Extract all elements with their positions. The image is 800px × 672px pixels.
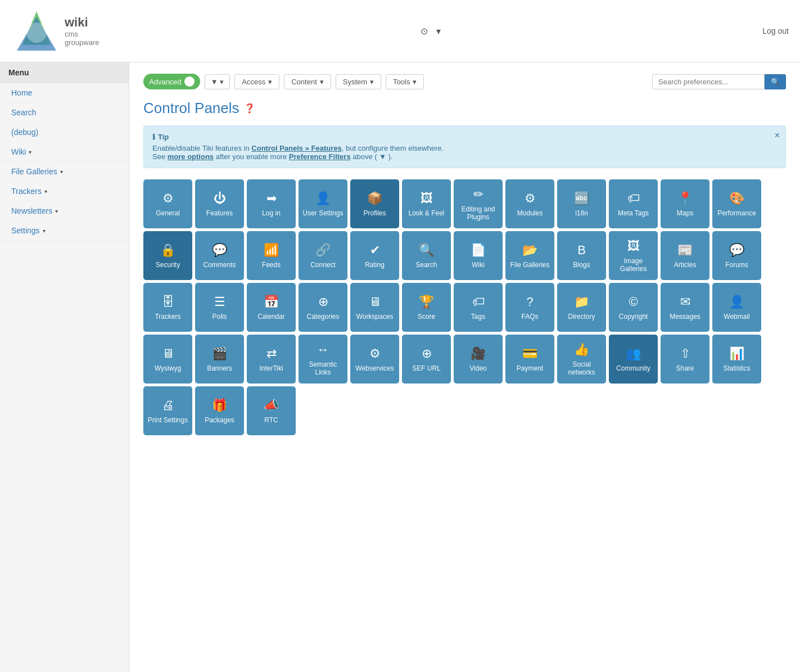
tools-label: Tools: [393, 78, 410, 86]
panel-item-payment[interactable]: 💳Payment: [505, 335, 554, 384]
panel-item-feeds[interactable]: 📶Feeds: [247, 231, 296, 280]
panel-item-file-galleries[interactable]: 📂File Galleries: [505, 231, 554, 280]
panel-item-maps[interactable]: 📍Maps: [661, 179, 709, 228]
content-label: Content: [291, 78, 317, 86]
sidebar-item-home[interactable]: Home: [0, 83, 129, 103]
panel-icon: 🎬: [212, 346, 227, 361]
panel-item-workspaces[interactable]: 🖥Workspaces: [350, 283, 399, 332]
sidebar-item-search[interactable]: Search: [0, 103, 129, 123]
tip-link-control-panels[interactable]: Control Panels » Features: [251, 144, 341, 152]
circle-icon[interactable]: ⊙: [421, 26, 428, 37]
page-title-area: Control Panels ❓: [143, 100, 786, 117]
panel-item-calendar[interactable]: 📅Calendar: [247, 283, 296, 332]
panel-icon: ➡: [266, 191, 277, 206]
panel-item-social-networks[interactable]: 👍Social networks: [557, 335, 606, 384]
panel-icon: ✉: [680, 295, 690, 309]
panel-item-search[interactable]: 🔍Search: [402, 231, 451, 280]
panel-label: Trackers: [155, 313, 180, 321]
panel-icon: 📣: [264, 398, 279, 413]
sidebar-item-wiki[interactable]: Wiki ▾: [0, 142, 129, 162]
panel-item-packages[interactable]: 🎁Packages: [195, 386, 244, 435]
panel-item-articles[interactable]: 📰Articles: [661, 231, 709, 280]
sidebar-item-settings[interactable]: Settings ▾: [0, 221, 129, 241]
panel-item-forums[interactable]: 💬Forums: [712, 231, 761, 280]
sidebar-item-newsletters[interactable]: Newsletters ▾: [0, 201, 129, 221]
panel-item-i18n[interactable]: 🔤i18n: [557, 179, 606, 228]
panel-item-wiki[interactable]: 📄Wiki: [454, 231, 503, 280]
panel-label: Statistics: [723, 364, 750, 372]
panel-item-general[interactable]: ⚙General: [143, 179, 192, 228]
sidebar-item-debug[interactable]: (debug): [0, 123, 129, 142]
search-preferences-input[interactable]: [652, 74, 765, 89]
panel-item-rating[interactable]: ✔Rating: [350, 231, 399, 280]
svg-point-2: [26, 22, 47, 43]
chevron-down-icon[interactable]: ▾: [436, 26, 441, 37]
panel-item-messages[interactable]: ✉Messages: [661, 283, 709, 332]
panel-item-faqs[interactable]: ?FAQs: [505, 283, 554, 332]
tip-link-preference-filters[interactable]: Preference Filters: [289, 152, 351, 161]
panel-item-user-settings[interactable]: 👤User Settings: [299, 179, 347, 228]
access-dropdown[interactable]: Access ▾: [234, 74, 279, 89]
panel-item-community[interactable]: 👥Community: [609, 335, 658, 384]
panel-item-webservices[interactable]: ⚙Webservices: [350, 335, 399, 384]
panel-item-sef-url[interactable]: ⊕SEF URL: [402, 335, 451, 384]
panel-item-performance[interactable]: 🎨Performance: [712, 179, 761, 228]
panels-grid: ⚙General⏻Features➡Log in👤User Settings📦P…: [143, 179, 786, 435]
search-area: 🔍: [652, 74, 786, 89]
panel-item-wysiwyg[interactable]: 🖥Wysiwyg: [143, 335, 192, 384]
filter-button[interactable]: ▼ ▾: [205, 74, 230, 89]
panel-item-comments[interactable]: 💬Comments: [195, 231, 244, 280]
panel-item-security[interactable]: 🔒Security: [143, 231, 192, 280]
panel-item-blogs[interactable]: BBlogs: [557, 231, 606, 280]
panel-item-editing-and-plugins[interactable]: ✏Editing and Plugins: [454, 179, 503, 228]
panel-icon: ⊕: [318, 295, 328, 309]
sidebar-item-file-galleries[interactable]: File Galleries ▾: [0, 162, 129, 182]
panel-item-semantic-links[interactable]: ↔Semantic Links: [299, 335, 347, 384]
panel-item-modules[interactable]: ⚙Modules: [505, 179, 554, 228]
panel-item-tags[interactable]: 🏷Tags: [454, 283, 503, 332]
panel-item-features[interactable]: ⏻Features: [195, 179, 244, 228]
sidebar-item-trackers[interactable]: Trackers ▾: [0, 182, 129, 201]
panel-item-webmail[interactable]: 👤Webmail: [712, 283, 761, 332]
logout-button[interactable]: Log out: [762, 26, 789, 35]
panel-item-score[interactable]: 🏆Score: [402, 283, 451, 332]
panel-label: Community: [616, 364, 650, 372]
access-label: Access: [242, 78, 265, 86]
trackers-arrow-icon: ▾: [44, 188, 47, 195]
panel-item-connect[interactable]: 🔗Connect: [299, 231, 347, 280]
panel-item-intertiki[interactable]: ⇄InterTiki: [247, 335, 296, 384]
panel-item-rtc[interactable]: 📣RTC: [247, 386, 296, 435]
panel-item-profiles[interactable]: 📦Profiles: [350, 179, 399, 228]
panel-item-trackers[interactable]: 🗄Trackers: [143, 283, 192, 332]
content-dropdown[interactable]: Content ▾: [284, 74, 331, 89]
tip-close-button[interactable]: ×: [775, 130, 780, 141]
advanced-toggle[interactable]: Advanced: [143, 74, 200, 89]
panel-item-meta-tags[interactable]: 🏷Meta Tags: [609, 179, 658, 228]
panel-label: Image Galleries: [612, 257, 655, 273]
tip-link-more-options[interactable]: more options: [168, 152, 214, 161]
panel-item-log-in[interactable]: ➡Log in: [247, 179, 296, 228]
sidebar-trackers-label: Trackers: [11, 187, 42, 196]
panel-icon: 📶: [264, 243, 279, 258]
panel-item-look--feel[interactable]: 🖼Look & Feel: [402, 179, 451, 228]
panel-label: File Galleries: [510, 261, 549, 269]
panel-item-share[interactable]: ⇧Share: [661, 335, 709, 384]
tools-dropdown[interactable]: Tools ▾: [386, 74, 424, 89]
panel-item-video[interactable]: 🎥Video: [454, 335, 503, 384]
panel-item-polls[interactable]: ☰Polls: [195, 283, 244, 332]
system-dropdown[interactable]: System ▾: [336, 74, 381, 89]
panel-item-banners[interactable]: 🎬Banners: [195, 335, 244, 384]
panel-icon: 📁: [574, 295, 589, 309]
panel-item-statistics[interactable]: 📊Statistics: [712, 335, 761, 384]
panel-item-categories[interactable]: ⊕Categories: [299, 283, 347, 332]
panel-icon: ⚙: [525, 191, 536, 206]
panel-item-image-galleries[interactable]: 🖼Image Galleries: [609, 231, 658, 280]
sidebar-title: Menu: [0, 62, 129, 83]
panel-item-directory[interactable]: 📁Directory: [557, 283, 606, 332]
panel-item-copyright[interactable]: ©Copyright: [609, 283, 658, 332]
toolbar: Advanced ▼ ▾ Access ▾ Content ▾ System ▾…: [143, 74, 786, 89]
search-preferences-button[interactable]: 🔍: [765, 74, 786, 89]
help-icon[interactable]: ❓: [244, 103, 255, 114]
panel-item-print-settings[interactable]: 🖨Print Settings: [143, 386, 192, 435]
panel-label: SEF URL: [412, 364, 441, 372]
